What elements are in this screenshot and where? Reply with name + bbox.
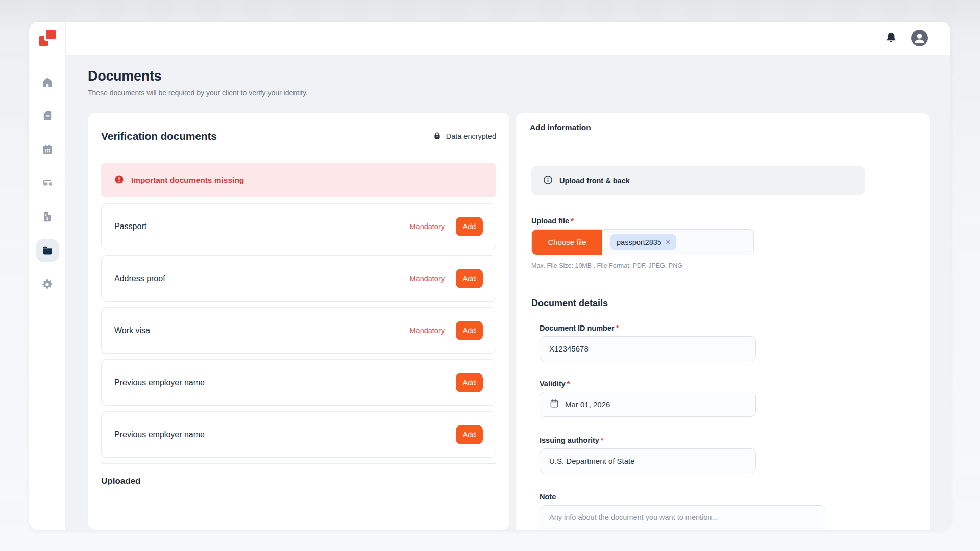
validity-date-field[interactable]: Mar 01, 2026 bbox=[540, 392, 756, 417]
alert-icon bbox=[114, 174, 125, 187]
notes-icon bbox=[41, 110, 54, 122]
page: $ Documents These documents will be bbox=[0, 0, 980, 551]
add-document-button[interactable]: Add bbox=[456, 217, 483, 236]
upload-file-label: Upload file* bbox=[531, 217, 914, 225]
document-row-passport: Passport Mandatory Add bbox=[101, 203, 496, 249]
brand-logo[interactable] bbox=[39, 30, 56, 46]
document-row-work-visa: Work visa Mandatory Add bbox=[101, 307, 496, 354]
sidebar-item-invoices[interactable]: $ bbox=[36, 206, 59, 228]
document-list: Passport Mandatory Add Address proof Man… bbox=[101, 203, 496, 458]
uploaded-file-chip: passport2835 × bbox=[610, 234, 676, 250]
document-name: Previous employer name bbox=[114, 378, 205, 387]
user-avatar[interactable] bbox=[911, 30, 928, 48]
required-marker: * bbox=[616, 324, 619, 332]
upload-hint-text: Upload front & back bbox=[559, 177, 630, 185]
document-row-previous-employer: Previous employer name Add bbox=[101, 411, 496, 458]
mandatory-tag: Mandatory bbox=[409, 274, 445, 283]
sidebar-nav: $ bbox=[29, 46, 65, 295]
document-name: Address proof bbox=[114, 274, 165, 283]
validity-value: Mar 01, 2026 bbox=[565, 400, 610, 409]
page-title: Documents bbox=[88, 68, 161, 84]
verification-panel-title: Verification documents bbox=[101, 130, 217, 142]
add-document-button[interactable]: Add bbox=[456, 373, 483, 392]
required-marker: * bbox=[601, 436, 604, 444]
add-document-button[interactable]: Add bbox=[456, 269, 483, 288]
add-document-button[interactable]: Add bbox=[456, 425, 483, 444]
document-name: Previous employer name bbox=[114, 430, 205, 439]
user-avatar-icon bbox=[911, 30, 928, 48]
main-content: Documents These documents will be requir… bbox=[65, 55, 950, 530]
uploaded-section-title: Uploaded bbox=[101, 476, 496, 486]
choose-file-button[interactable]: Choose file bbox=[532, 229, 602, 255]
data-encrypted-badge: Data encrypted bbox=[433, 131, 496, 141]
sidebar-item-documents[interactable] bbox=[36, 239, 59, 262]
svg-text:$: $ bbox=[46, 216, 48, 221]
validity-label: Validity* bbox=[540, 380, 914, 388]
upload-hint-banner: Upload front & back bbox=[531, 166, 865, 195]
logo-square-top bbox=[46, 30, 56, 39]
documents-folder-icon bbox=[41, 244, 54, 257]
app-window: $ Documents These documents will be bbox=[29, 22, 950, 530]
mandatory-tag: Mandatory bbox=[409, 222, 445, 231]
page-subtitle: These documents will be required by your… bbox=[88, 89, 308, 97]
file-chip-name: passport2835 bbox=[617, 238, 662, 246]
required-marker: * bbox=[567, 380, 570, 388]
divider bbox=[101, 463, 496, 464]
sidebar-item-settings[interactable] bbox=[36, 273, 59, 295]
data-encrypted-label: Data encrypted bbox=[446, 132, 496, 140]
file-upload-input[interactable]: Choose file passport2835 × bbox=[531, 229, 754, 255]
add-information-body: Upload front & back Upload file* Choose … bbox=[516, 142, 930, 530]
document-id-label: Document ID number* bbox=[540, 324, 914, 332]
settings-gear-icon bbox=[41, 278, 54, 291]
notifications-button[interactable] bbox=[885, 31, 898, 46]
remove-file-button[interactable]: × bbox=[666, 238, 670, 246]
calendar-icon bbox=[41, 143, 54, 156]
lock-icon bbox=[433, 131, 442, 141]
verification-panel-header: Verification documents Data encrypted bbox=[101, 113, 496, 142]
note-label: Note bbox=[540, 493, 914, 501]
add-information-panel: Add information Upload front & back Uplo… bbox=[516, 113, 930, 530]
add-information-title: Add information bbox=[530, 123, 591, 132]
home-icon bbox=[41, 76, 54, 88]
bell-icon bbox=[885, 31, 898, 46]
warning-text: Important documents missing bbox=[131, 176, 244, 185]
sidebar: $ bbox=[29, 22, 65, 530]
warning-banner: Important documents missing bbox=[101, 163, 496, 197]
sidebar-item-calendar[interactable] bbox=[36, 138, 59, 161]
document-details-fields: Document ID number* Validity* Mar 01, 20… bbox=[540, 324, 914, 530]
issuing-authority-input[interactable] bbox=[540, 448, 756, 473]
sidebar-item-notes[interactable] bbox=[36, 105, 59, 127]
top-bar bbox=[65, 22, 950, 55]
document-row-address-proof: Address proof Mandatory Add bbox=[101, 255, 496, 302]
sidebar-item-payments[interactable] bbox=[36, 172, 59, 194]
info-icon bbox=[543, 174, 553, 187]
mandatory-tag: Mandatory bbox=[409, 327, 445, 335]
document-row-previous-employer: Previous employer name Add bbox=[101, 359, 496, 406]
document-details-title: Document details bbox=[531, 298, 914, 309]
document-id-input[interactable] bbox=[540, 336, 756, 361]
issuing-authority-label: Issuing authority* bbox=[540, 436, 914, 444]
upload-helper-text: Max. File Size: 10MB . File Format: PDF,… bbox=[531, 262, 914, 269]
document-name: Work visa bbox=[114, 326, 150, 335]
invoice-icon: $ bbox=[41, 211, 54, 223]
add-document-button[interactable]: Add bbox=[456, 321, 483, 340]
note-textarea[interactable] bbox=[540, 505, 825, 530]
sidebar-item-home[interactable] bbox=[36, 71, 59, 93]
required-marker: * bbox=[571, 217, 574, 225]
add-information-header: Add information bbox=[516, 113, 930, 142]
payments-icon bbox=[41, 177, 54, 189]
document-name: Passport bbox=[114, 222, 146, 231]
verification-documents-panel: Verification documents Data encrypted Im… bbox=[88, 113, 509, 530]
calendar-icon bbox=[549, 398, 559, 410]
